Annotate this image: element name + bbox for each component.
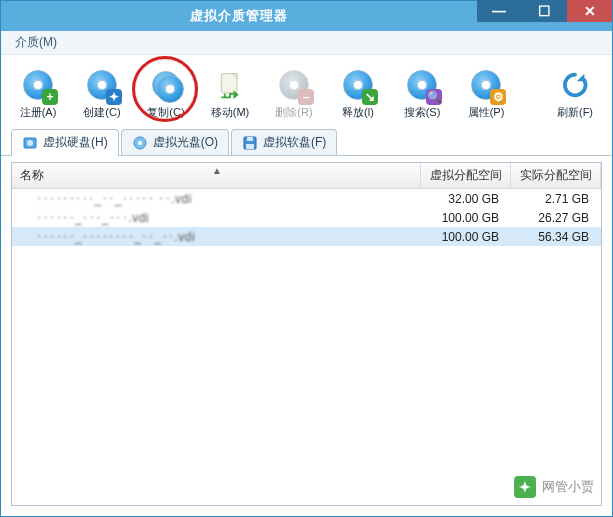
close-button[interactable]: ✕ [567, 0, 612, 22]
tabs: 虚拟硬盘(H) 虚拟光盘(O) 虚拟软盘(F) [1, 127, 612, 156]
window-body: 介质(M) + 注册(A) ✦ 创建(C) [1, 31, 612, 516]
menubar: 介质(M) [1, 31, 612, 55]
floppy-disk-icon [242, 135, 258, 151]
column-actual-size[interactable]: 实际分配空间 [511, 163, 601, 188]
cell-virtual-size: 100.00 GB [421, 227, 511, 246]
refresh-icon [557, 67, 593, 103]
hard-disk-icon [22, 135, 38, 151]
remove-label: 删除(R) [275, 105, 312, 120]
move-label: 移动(M) [211, 105, 250, 120]
disk-search-icon: 🔍 [404, 67, 440, 103]
svg-rect-6 [247, 137, 253, 141]
tab-hard-label: 虚拟硬盘(H) [43, 134, 108, 151]
sort-indicator-icon: ▲ [212, 165, 222, 176]
register-button[interactable]: + 注册(A) [9, 61, 67, 125]
tab-optical-label: 虚拟光盘(O) [153, 134, 218, 151]
tab-floppy-label: 虚拟软盘(F) [263, 134, 326, 151]
cell-actual-size: 26.27 GB [511, 208, 601, 227]
disk-release-icon: ↘ [340, 67, 376, 103]
media-list-panel: 名称 ▲ 虚拟分配空间 实际分配空间 ･････････_･･_･････ ･･… [11, 162, 602, 506]
table-row[interactable]: ･･････_････････_･･_･･.vdi100.00 GB56.34 … [12, 227, 601, 246]
copy-label: 复制(C) [147, 105, 184, 120]
file-move-icon [212, 67, 248, 103]
move-button[interactable]: 移动(M) [201, 61, 259, 125]
list-header: 名称 ▲ 虚拟分配空间 实际分配空间 [12, 163, 601, 189]
minimize-button[interactable]: — [477, 0, 522, 22]
cell-actual-size: 56.34 GB [511, 227, 601, 246]
refresh-button[interactable]: 刷新(F) [546, 61, 604, 125]
cell-actual-size: 2.71 GB [511, 189, 601, 208]
properties-label: 属性(P) [468, 105, 505, 120]
table-row[interactable]: ･･････_･･･_･･･.vdi100.00 GB26.27 GB [12, 208, 601, 227]
watermark-text: 网管小贾 [542, 478, 594, 496]
search-label: 搜索(S) [404, 105, 441, 120]
toolbar: + 注册(A) ✦ 创建(C) 复制(C) [1, 55, 612, 127]
tab-floppy-disks[interactable]: 虚拟软盘(F) [231, 129, 337, 155]
cell-virtual-size: 32.00 GB [421, 189, 511, 208]
tab-optical-disks[interactable]: 虚拟光盘(O) [121, 129, 229, 155]
release-label: 释放(l) [342, 105, 374, 120]
menu-media[interactable]: 介质(M) [9, 32, 63, 53]
refresh-label: 刷新(F) [557, 105, 593, 120]
window-title: 虚拟介质管理器 [1, 7, 477, 25]
disk-add-icon: + [20, 67, 56, 103]
svg-point-2 [27, 140, 33, 146]
window-buttons: — ☐ ✕ [477, 1, 612, 31]
disk-star-icon: ✦ [84, 67, 120, 103]
cell-virtual-size: 100.00 GB [421, 208, 511, 227]
copy-button[interactable]: 复制(C) [137, 61, 195, 125]
search-button[interactable]: 🔍 搜索(S) [393, 61, 451, 125]
create-label: 创建(C) [83, 105, 120, 120]
content-area: 名称 ▲ 虚拟分配空间 实际分配空间 ･････････_･･_･････ ･･… [1, 156, 612, 516]
register-label: 注册(A) [20, 105, 57, 120]
create-button[interactable]: ✦ 创建(C) [73, 61, 131, 125]
properties-button[interactable]: ⚙ 属性(P) [457, 61, 515, 125]
column-virtual-size[interactable]: 虚拟分配空间 [421, 163, 511, 188]
wechat-icon: ✦ [514, 476, 536, 498]
cell-name: ･･････_･･･_･･･.vdi [12, 208, 421, 227]
release-button[interactable]: ↘ 释放(l) [329, 61, 387, 125]
maximize-button[interactable]: ☐ [522, 0, 567, 22]
cell-name: ･････････_･･_･････ ･･.vdi [12, 189, 421, 208]
cell-name: ･･････_････････_･･_･･.vdi [12, 227, 421, 246]
svg-point-4 [138, 141, 142, 145]
list-body[interactable]: ･････････_･･_･････ ･･.vdi32.00 GB2.71 GB… [12, 189, 601, 505]
tab-hard-disks[interactable]: 虚拟硬盘(H) [11, 129, 119, 155]
optical-disk-icon [132, 135, 148, 151]
titlebar: 虚拟介质管理器 — ☐ ✕ [1, 1, 612, 31]
watermark: ✦ 网管小贾 [514, 476, 594, 498]
window-frame: 虚拟介质管理器 — ☐ ✕ 介质(M) + 注册(A) ✦ [0, 0, 613, 517]
table-row[interactable]: ･････････_･･_･････ ･･.vdi32.00 GB2.71 GB [12, 189, 601, 208]
disk-properties-icon: ⚙ [468, 67, 504, 103]
disk-remove-icon: – [276, 67, 312, 103]
remove-button: – 删除(R) [265, 61, 323, 125]
svg-rect-7 [246, 144, 254, 149]
disk-copy-icon [148, 67, 184, 103]
